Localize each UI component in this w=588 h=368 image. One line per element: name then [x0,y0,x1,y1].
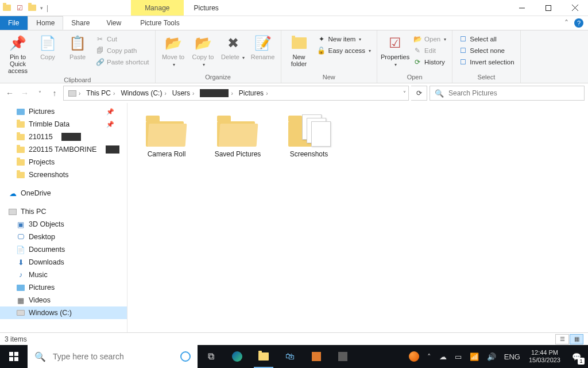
breadcrumb-users[interactable]: Users› [170,89,197,97]
up-button[interactable]: ↑ [48,87,61,99]
taskbar-search-input[interactable] [53,352,173,361]
pin-icon: 📌 [106,121,123,128]
easy-access-button[interactable]: 🔓Easy access▾ [315,45,374,56]
bing-icon[interactable] [180,351,191,362]
app-icon [2,3,11,13]
taskbar-file-explorer[interactable] [250,345,277,368]
nav-documents[interactable]: 📄Documents [0,243,127,256]
pin-to-quick-access-button[interactable]: 📌 Pin to Quick access [3,33,32,75]
taskbar-search[interactable]: 🔍 [28,345,198,368]
nav-this-pc[interactable]: This PC [0,205,127,218]
breadcrumb-pictures[interactable]: Pictures› [237,89,270,97]
nav-videos[interactable]: ▦Videos [0,294,127,306]
tab-view[interactable]: View [98,16,130,30]
taskbar-app-1[interactable] [303,345,330,368]
search-icon: 🔍 [435,89,444,98]
nav-onedrive[interactable]: ☁OneDrive [0,187,127,200]
properties-button[interactable]: ☑ Properties ▾ [381,33,409,70]
select-all-button[interactable]: ☐Select all [456,34,516,44]
minimize-button[interactable] [509,0,535,16]
search-box[interactable]: 🔍 [430,86,585,101]
copy-to-button[interactable]: 📂 Copy to ▾ [189,33,218,70]
new-folder-button[interactable]: New folder [285,33,314,68]
select-none-button[interactable]: ☐Select none [456,45,516,56]
help-button[interactable]: ? [574,18,583,28]
nav-downloads[interactable]: ⬇Downloads [0,256,127,269]
invert-selection-button[interactable]: ☐Invert selection [456,57,516,67]
folder-screenshots[interactable]: Screenshots [281,113,336,158]
details-view-button[interactable]: ☰ [555,334,569,344]
close-button[interactable] [562,0,588,16]
properties-icon: ☑ [386,34,404,52]
recent-locations-button[interactable]: ˅ [33,87,46,99]
large-icons-view-button[interactable]: ▦ [570,334,583,344]
pin-icon: 📌 [106,108,123,116]
tab-home[interactable]: Home [28,16,63,30]
start-button[interactable] [0,345,28,368]
breadcrumb-user-redacted[interactable]: › [198,89,235,97]
cut-button[interactable]: ✂Cut [93,34,152,44]
taskbar-edge[interactable] [224,345,250,368]
folder-saved-pictures[interactable]: Saved Pictures [210,113,265,158]
copy-button[interactable]: 📄 Copy [33,33,62,62]
file-list[interactable]: Camera Roll Saved Pictures Screenshots [127,103,588,332]
onedrive-tray-icon[interactable]: ☁ [435,345,451,368]
nav-pictures[interactable]: Pictures📌 [0,105,127,118]
address-bar[interactable]: › This PC› Windows (C:)› Users› › Pictur… [63,86,409,101]
navigation-pane[interactable]: Pictures📌 Trimble Data📌 210115 220115 TA… [0,103,127,332]
folder-camera-roll[interactable]: Camera Roll [139,113,194,158]
weather-widget[interactable] [405,345,423,368]
action-center-button[interactable]: 💬1 [565,345,588,368]
rename-button[interactable]: 📝 Rename [249,33,277,62]
search-input[interactable] [448,89,579,97]
battery-icon[interactable]: ▭ [451,345,466,368]
qat-folder-icon[interactable] [28,3,37,13]
address-dropdown-icon[interactable]: ˅ [403,90,406,97]
forward-button[interactable]: → [18,87,31,99]
group-open: ☑ Properties ▾ 📂Open▾ ✎Edit ⟳History Ope… [377,30,452,83]
history-button[interactable]: ⟳History [411,57,448,67]
clock[interactable]: 12:44 PM 15/03/2023 [524,345,565,368]
task-view-button[interactable]: ⧉ [198,345,224,368]
tray-overflow-button[interactable]: ˄ [423,345,435,368]
tab-file[interactable]: File [0,16,28,30]
open-button[interactable]: 📂Open▾ [411,34,448,44]
move-to-button[interactable]: 📂 Move to ▾ [159,33,188,70]
network-icon[interactable]: 📶 [466,345,483,368]
qat-dropdown-icon[interactable]: ▾ [40,5,43,11]
history-icon: ⟳ [413,57,422,67]
taskbar-app-2[interactable] [330,345,356,368]
paste-shortcut-button[interactable]: 🔗Paste shortcut [93,57,152,67]
maximize-button[interactable] [535,0,562,16]
collapse-ribbon-button[interactable]: ˄ [564,18,568,28]
back-button[interactable]: ← [3,87,16,99]
nav-trimble-data[interactable]: Trimble Data📌 [0,118,127,131]
qat-properties-icon[interactable]: ☑ [15,3,24,13]
tab-share[interactable]: Share [63,16,98,30]
delete-button[interactable]: ✖ Delete ▾ [219,33,247,63]
search-icon: 🔍 [34,351,46,362]
new-item-button[interactable]: ✦New item▾ [315,34,374,44]
breadcrumb-drive[interactable]: Windows (C:)› [118,89,168,97]
nav-desktop[interactable]: 🖵Desktop [0,231,127,243]
tab-picture-tools[interactable]: Picture Tools [134,16,185,30]
breadcrumb-this-pc[interactable]: This PC› [84,89,117,97]
nav-music[interactable]: ♪Music [0,269,127,281]
taskbar-store[interactable]: 🛍 [277,345,303,368]
nav-pictures-2[interactable]: Pictures [0,281,127,294]
svg-rect-4 [9,352,13,356]
volume-icon[interactable]: 🔊 [483,345,500,368]
edit-button[interactable]: ✎Edit [411,45,448,56]
copy-path-button[interactable]: 🗐Copy path [93,45,152,56]
nav-220115-tamborine[interactable]: 220115 TAMBORINE [0,143,127,156]
nav-screenshots[interactable]: Screenshots [0,168,127,181]
breadcrumb-root-icon[interactable]: › [66,90,83,97]
language-indicator[interactable]: ENG [500,345,524,368]
item-count: 3 items [5,335,27,343]
nav-windows-c[interactable]: Windows (C:) [0,306,127,319]
nav-projects[interactable]: Projects [0,156,127,168]
paste-button[interactable]: 📋 Paste [63,33,92,62]
refresh-button[interactable]: ⟳ [411,86,427,101]
nav-3d-objects[interactable]: ▣3D Objects [0,218,127,231]
nav-210115[interactable]: 210115 [0,131,127,143]
